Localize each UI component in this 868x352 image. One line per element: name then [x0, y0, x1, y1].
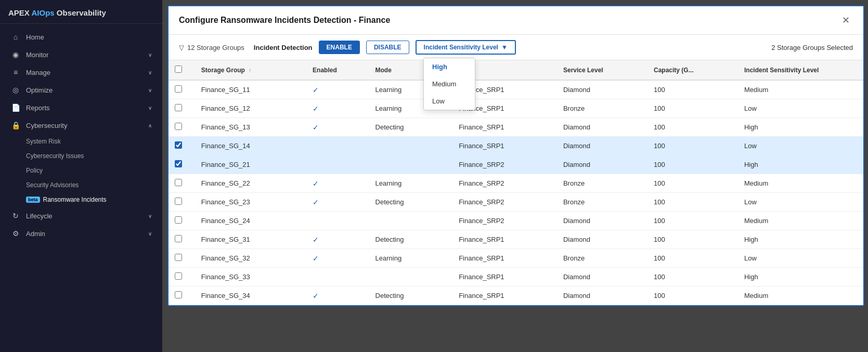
- table-row: Finance_SG_14 Finance_SRP1 Diamond 100 L…: [169, 137, 863, 155]
- row-srp: Finance_SRP2: [452, 174, 557, 193]
- dropdown-item-low[interactable]: Low: [424, 93, 475, 110]
- chevron-down-icon: ∨: [148, 52, 152, 58]
- table-row: Finance_SG_24 Finance_SRP2 Diamond 100 M…: [169, 212, 863, 230]
- chevron-up-icon: ∧: [148, 123, 152, 128]
- row-checkbox[interactable]: [175, 104, 182, 111]
- enable-button[interactable]: ENABLE: [319, 41, 360, 54]
- sidebar-item-monitor[interactable]: ◉ Monitor ∨: [0, 46, 162, 63]
- row-checkbox[interactable]: [175, 216, 182, 224]
- row-checkbox[interactable]: [175, 235, 182, 242]
- sensitivity-label: Incident Sensitivity Level: [424, 44, 498, 51]
- sidebar-item-reports[interactable]: 📄 Reports ∨: [0, 99, 162, 116]
- col-header-storage-group[interactable]: Storage Group ↑: [195, 60, 306, 80]
- table-container: Storage Group ↑ Enabled Mode SRP: [169, 60, 863, 305]
- row-storage-group: Finance_SG_31: [195, 230, 306, 249]
- table-row: Finance_SG_21 Finance_SRP2 Diamond 100 H…: [169, 155, 863, 174]
- chevron-down-icon: ∨: [148, 105, 152, 111]
- modal-title: Configure Ransomware Incidents Detection…: [179, 16, 390, 25]
- row-checkbox[interactable]: [175, 85, 182, 93]
- row-checkbox-cell: [169, 286, 195, 305]
- table-row: Finance_SG_23 ✓ Detecting Finance_SRP2 B…: [169, 193, 863, 212]
- chevron-down-icon: ∨: [148, 87, 152, 93]
- row-storage-group: Finance_SG_33: [195, 268, 306, 286]
- row-mode: [369, 212, 453, 230]
- dropdown-item-medium[interactable]: Medium: [424, 75, 475, 93]
- monitor-icon: ◉: [10, 50, 21, 59]
- sidebar-item-cybersecurity-issues[interactable]: Cybersecurity Issues: [0, 149, 162, 163]
- row-service-level: Diamond: [557, 268, 647, 286]
- row-mode: [369, 137, 453, 155]
- row-enabled: ✓: [306, 99, 369, 118]
- disable-button[interactable]: DISABLE: [366, 41, 409, 54]
- dropdown-arrow-icon: ▼: [501, 44, 508, 51]
- sidebar-item-label: Lifecycle: [26, 212, 148, 220]
- select-all-checkbox[interactable]: [175, 66, 182, 73]
- checkmark-icon: ✓: [313, 254, 319, 263]
- row-checkbox[interactable]: [175, 198, 182, 205]
- row-checkbox[interactable]: [175, 141, 182, 149]
- sidebar-item-admin[interactable]: ⚙ Admin ∨: [0, 225, 162, 242]
- row-checkbox-cell: [169, 99, 195, 118]
- row-checkbox[interactable]: [175, 179, 182, 186]
- app-name-apex: APEX: [8, 8, 30, 17]
- close-button[interactable]: ✕: [839, 14, 853, 27]
- checkmark-icon: ✓: [313, 198, 319, 206]
- col-header-enabled[interactable]: Enabled: [306, 60, 369, 80]
- table-row: Finance_SG_22 ✓ Learning Finance_SRP2 Br…: [169, 174, 863, 193]
- cybersecurity-icon: 🔒: [10, 121, 21, 129]
- row-storage-group: Finance_SG_11: [195, 80, 306, 99]
- row-srp: Finance_SRP1: [452, 286, 557, 305]
- row-enabled: [306, 268, 369, 286]
- modal-toolbar: ▽ 12 Storage Groups Incident Detection E…: [169, 35, 863, 60]
- modal-dialog: Configure Ransomware Incidents Detection…: [167, 5, 864, 306]
- row-checkbox-cell: [169, 174, 195, 193]
- row-storage-group: Finance_SG_32: [195, 249, 306, 268]
- sidebar-item-cybersecurity[interactable]: 🔒 Cybersecurity ∧: [0, 116, 162, 134]
- checkmark-icon: ✓: [313, 86, 319, 94]
- incident-sensitivity-level-button[interactable]: Incident Sensitivity Level ▼: [416, 40, 516, 55]
- dropdown-item-high[interactable]: High: [424, 58, 475, 75]
- chevron-down-icon: ∨: [148, 231, 152, 237]
- sidebar-item-security-advisories[interactable]: Security Advisories: [0, 178, 162, 192]
- row-capacity: 100: [647, 174, 738, 193]
- row-checkbox-cell: [169, 230, 195, 249]
- row-capacity: 100: [647, 212, 738, 230]
- sidebar-item-lifecycle[interactable]: ↻ Lifecycle ∨: [0, 207, 162, 225]
- lifecycle-icon: ↻: [10, 212, 21, 220]
- col-header-service-level[interactable]: Service Level: [557, 60, 647, 80]
- row-checkbox[interactable]: [175, 160, 182, 167]
- row-service-level: Diamond: [557, 230, 647, 249]
- table-row: Finance_SG_12 ✓ Learning Finance_SRP1 Br…: [169, 99, 863, 118]
- row-checkbox-cell: [169, 80, 195, 99]
- row-sensitivity: High: [738, 268, 863, 286]
- col-header-capacity[interactable]: Capacity (G...: [647, 60, 738, 80]
- row-checkbox[interactable]: [175, 291, 182, 298]
- row-storage-group: Finance_SG_21: [195, 155, 306, 174]
- row-capacity: 100: [647, 99, 738, 118]
- reports-icon: 📄: [10, 103, 21, 112]
- row-sensitivity: High: [738, 155, 863, 174]
- sidebar-nav: ⌂ Home ◉ Monitor ∨ ≡ Manage ∨ ◎ Optimize…: [0, 24, 162, 352]
- sidebar-item-ransomware-incidents[interactable]: betaRansomware Incidents: [0, 192, 162, 207]
- row-service-level: Diamond: [557, 212, 647, 230]
- row-sensitivity: Low: [738, 193, 863, 212]
- row-capacity: 100: [647, 230, 738, 249]
- row-checkbox[interactable]: [175, 272, 182, 280]
- row-checkbox[interactable]: [175, 254, 182, 261]
- sidebar-item-optimize[interactable]: ◎ Optimize ∨: [0, 81, 162, 99]
- sidebar-item-manage[interactable]: ≡ Manage ∨: [0, 63, 162, 81]
- sidebar-item-system-risk[interactable]: System Risk: [0, 134, 162, 149]
- row-srp: Finance_SRP1: [452, 230, 557, 249]
- modal-header: Configure Ransomware Incidents Detection…: [169, 6, 863, 35]
- row-sensitivity: Medium: [738, 80, 863, 99]
- row-capacity: 100: [647, 193, 738, 212]
- row-checkbox[interactable]: [175, 123, 182, 130]
- row-service-level: Diamond: [557, 155, 647, 174]
- sidebar-item-home[interactable]: ⌂ Home: [0, 28, 162, 46]
- sidebar-item-policy[interactable]: Policy: [0, 163, 162, 178]
- row-mode: Detecting: [369, 286, 453, 305]
- chevron-down-icon: ∨: [148, 70, 152, 75]
- row-mode: Learning: [369, 174, 453, 193]
- col-header-incident-sensitivity[interactable]: Incident Sensitivity Level: [738, 60, 863, 80]
- sensitivity-dropdown: High Medium Low: [423, 58, 475, 110]
